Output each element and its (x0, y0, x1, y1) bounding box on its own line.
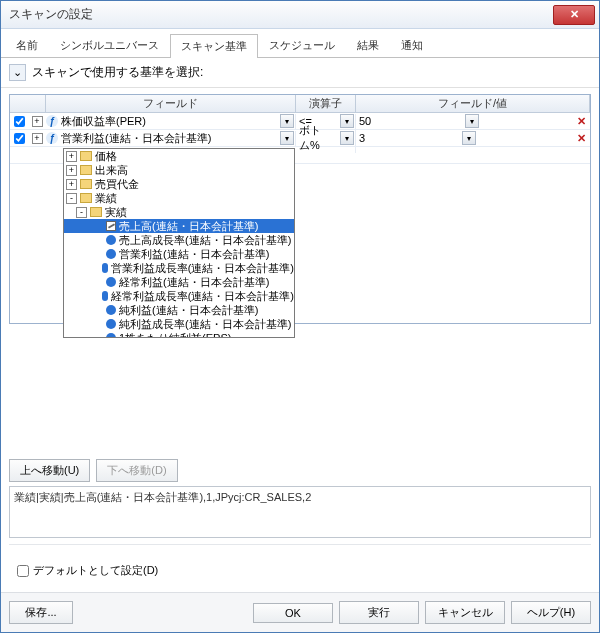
value-dropdown-arrow[interactable]: ▾ (462, 131, 476, 145)
tab-name[interactable]: 名前 (5, 33, 49, 57)
row-checkbox[interactable] (14, 133, 25, 144)
value-dropdown-arrow[interactable]: ▾ (465, 114, 479, 128)
edit-icon (106, 221, 116, 231)
grid-header: フィールド 演算子 フィールド/値 (10, 95, 590, 113)
tree-item-label: 営業利益(連結・日本会計基準) (119, 247, 269, 262)
field-icon (106, 249, 116, 259)
tab-schedule[interactable]: スケジュール (258, 33, 346, 57)
field-dropdown-arrow[interactable]: ▾ (280, 114, 294, 128)
bottom-bar: 保存... OK 実行 キャンセル ヘルプ(H) (1, 592, 599, 632)
default-row: デフォルトとして設定(D) (9, 544, 591, 586)
grid-body: + ƒ 株価収益率(PER) ▾ <= ▾ 50 ▾ ✕ (10, 113, 590, 164)
field-dropdown-arrow[interactable]: ▾ (280, 131, 294, 145)
operator-value: ボトム% (299, 123, 340, 153)
tree-item[interactable]: +出来高 (64, 163, 294, 177)
section-title: スキャンで使用する基準を選択: (32, 64, 203, 81)
selection-path-box[interactable]: 業績|実績|売上高(連結・日本会計基準),1,JPycj:CR_SALES,2 (9, 486, 591, 538)
delete-row-icon[interactable]: ✕ (574, 131, 588, 145)
grid-header-field: フィールド (46, 95, 296, 112)
tree-item[interactable]: 1株あたり純利益(EPS) (64, 331, 294, 338)
fx-icon: ƒ (46, 115, 58, 127)
tree-expand-icon[interactable]: - (66, 193, 77, 204)
tree-item[interactable]: 売上高(連結・日本会計基準) (64, 219, 294, 233)
move-buttons: 上へ移動(U) 下へ移動(D) (9, 453, 591, 482)
close-button[interactable]: ✕ (553, 5, 595, 25)
tree-item[interactable]: 経常利益(連結・日本会計基準) (64, 275, 294, 289)
folder-icon (80, 179, 92, 189)
tree-item[interactable]: +売買代金 (64, 177, 294, 191)
tree-item-label: 営業利益成長率(連結・日本会計基準) (111, 261, 294, 276)
grid-row[interactable]: + ƒ 営業利益(連結・日本会計基準) ▾ ボトム% ▾ 3 ▾ ✕ (10, 130, 590, 147)
tree-item-label: 価格 (95, 149, 117, 164)
grid-header-operator: 演算子 (296, 95, 356, 112)
expand-row-icon[interactable]: + (32, 116, 43, 127)
value-text: 3 (359, 132, 365, 144)
criteria-grid: フィールド 演算子 フィールド/値 + ƒ 株価収益率(PER) ▾ (9, 94, 591, 324)
tree-item[interactable]: 営業利益(連結・日本会計基準) (64, 247, 294, 261)
close-icon: ✕ (570, 8, 579, 21)
delete-row-icon[interactable]: ✕ (574, 114, 588, 128)
chevron-down-icon: ⌄ (13, 66, 22, 79)
field-label: 株価収益率(PER) (61, 114, 146, 129)
field-icon (106, 333, 116, 338)
scan-settings-window: スキャンの設定 ✕ 名前 シンボルユニバース スキャン基準 スケジュール 結果 … (0, 0, 600, 633)
tree-item-label: 純利益(連結・日本会計基準) (119, 303, 258, 318)
tree-expand-icon[interactable]: - (76, 207, 87, 218)
tree-item-label: 業績 (95, 191, 117, 206)
grid-header-value: フィールド/値 (356, 95, 590, 112)
run-button[interactable]: 実行 (339, 601, 419, 624)
field-icon (106, 319, 116, 329)
tab-symbol-universe[interactable]: シンボルユニバース (49, 33, 170, 57)
tab-scan-criteria[interactable]: スキャン基準 (170, 34, 258, 58)
field-tree-dropdown[interactable]: +価格+出来高+売買代金-業績-実績売上高(連結・日本会計基準)売上高成長率(連… (63, 148, 295, 338)
tree-item[interactable]: 純利益成長率(連結・日本会計基準) (64, 317, 294, 331)
tree-item-label: 経常利益成長率(連結・日本会計基準) (111, 289, 294, 304)
tree-expand-icon[interactable]: + (66, 151, 77, 162)
tree-item-label: 売上高成長率(連結・日本会計基準) (119, 233, 291, 248)
folder-icon (80, 151, 92, 161)
tree-item[interactable]: -業績 (64, 191, 294, 205)
tree-item-label: 1株あたり純利益(EPS) (119, 331, 231, 339)
tab-bar: 名前 シンボルユニバース スキャン基準 スケジュール 結果 通知 (1, 29, 599, 58)
move-down-button[interactable]: 下へ移動(D) (96, 459, 177, 482)
tree-item[interactable]: 純利益(連結・日本会計基準) (64, 303, 294, 317)
grid-header-check (10, 95, 46, 112)
folder-icon (80, 165, 92, 175)
fx-icon: ƒ (46, 132, 58, 144)
tab-notify[interactable]: 通知 (390, 33, 434, 57)
collapse-toggle[interactable]: ⌄ (9, 64, 26, 81)
folder-icon (90, 207, 102, 217)
tab-results[interactable]: 結果 (346, 33, 390, 57)
tree-item[interactable]: 営業利益成長率(連結・日本会計基準) (64, 261, 294, 275)
default-checkbox[interactable] (17, 565, 29, 577)
move-up-button[interactable]: 上へ移動(U) (9, 459, 90, 482)
tree-item-label: 売上高(連結・日本会計基準) (119, 219, 258, 234)
tree-item[interactable]: 経常利益成長率(連結・日本会計基準) (64, 289, 294, 303)
tree-item-label: 売買代金 (95, 177, 139, 192)
help-button[interactable]: ヘルプ(H) (511, 601, 591, 624)
folder-icon (80, 193, 92, 203)
row-checkbox[interactable] (14, 116, 25, 127)
window-title: スキャンの設定 (9, 6, 553, 23)
cancel-button[interactable]: キャンセル (425, 601, 505, 624)
tree-item[interactable]: 売上高成長率(連結・日本会計基準) (64, 233, 294, 247)
section-header: ⌄ スキャンで使用する基準を選択: (1, 58, 599, 88)
tree-item-label: 経常利益(連結・日本会計基準) (119, 275, 269, 290)
ok-button[interactable]: OK (253, 603, 333, 623)
tree-item[interactable]: +価格 (64, 149, 294, 163)
operator-dropdown-arrow[interactable]: ▾ (340, 131, 354, 145)
content-area: フィールド 演算子 フィールド/値 + ƒ 株価収益率(PER) ▾ (1, 88, 599, 592)
selection-path-text: 業績|実績|売上高(連結・日本会計基準),1,JPycj:CR_SALES,2 (14, 491, 311, 503)
save-button[interactable]: 保存... (9, 601, 73, 624)
expand-row-icon[interactable]: + (32, 133, 43, 144)
field-label: 営業利益(連結・日本会計基準) (61, 131, 211, 146)
tree-expand-icon[interactable]: + (66, 165, 77, 176)
tree-item-label: 純利益成長率(連結・日本会計基準) (119, 317, 291, 332)
default-label: デフォルトとして設定(D) (33, 563, 158, 578)
tree-expand-icon[interactable]: + (66, 179, 77, 190)
tree-item[interactable]: -実績 (64, 205, 294, 219)
field-icon (102, 263, 108, 273)
tree-item-label: 実績 (105, 205, 127, 220)
value-text: 50 (359, 115, 371, 127)
field-icon (106, 305, 116, 315)
